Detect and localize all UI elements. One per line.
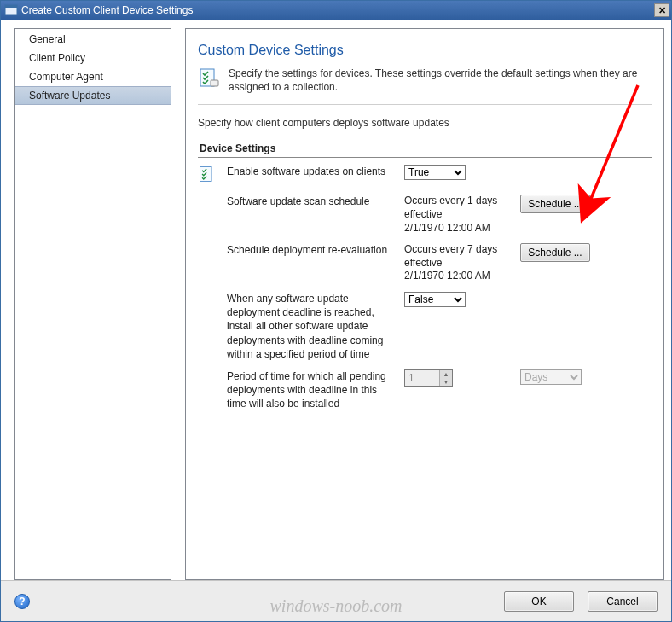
reeval-summary: Occurs every 7 days effective 2/1/1970 1… — [404, 243, 513, 283]
main-panel: Custom Device Settings Specify the setti… — [185, 28, 664, 580]
intro-row: Specify the settings for devices. These … — [198, 67, 652, 105]
cancel-button[interactable]: Cancel — [588, 591, 658, 612]
dialog-footer: ? OK Cancel — [1, 580, 671, 621]
title-bar: Create Custom Client Device Settings ✕ — [1, 1, 671, 20]
scan-schedule-label: Software update scan schedule — [227, 195, 397, 208]
app-icon — [4, 3, 18, 17]
sidebar-item-general[interactable]: General — [15, 30, 171, 49]
checklist-icon — [198, 165, 220, 186]
deadline-install-all-select[interactable]: False — [404, 292, 466, 307]
reeval-label: Schedule deployment re-evaluation — [227, 243, 397, 257]
settings-grid: Enable software updates on clients True … — [198, 165, 652, 410]
svg-rect-1 — [5, 5, 17, 8]
enable-updates-select[interactable]: True — [404, 165, 466, 180]
help-button[interactable]: ? — [14, 594, 30, 609]
deadline-install-all-label: When any software update deployment dead… — [227, 292, 397, 361]
period-number-input — [405, 370, 439, 386]
scan-schedule-summary: Occurs every 1 days effective 2/1/1970 1… — [404, 195, 513, 235]
stepper-up-icon: ▲ — [440, 370, 452, 378]
scan-schedule-button[interactable]: Schedule ... — [520, 195, 590, 213]
period-unit-select: Days — [520, 369, 582, 385]
dialog-body: General Client Policy Computer Agent Sof… — [1, 20, 671, 580]
period-label: Period of time for which all pending dep… — [227, 369, 397, 411]
settings-icon — [198, 67, 220, 91]
sidebar-item-software-updates[interactable]: Software Updates — [15, 86, 171, 105]
intro-text: Specify the settings for devices. These … — [229, 67, 652, 94]
section-header: Device Settings — [198, 141, 652, 158]
page-title: Custom Device Settings — [198, 43, 652, 58]
close-button[interactable]: ✕ — [654, 3, 669, 17]
svg-rect-3 — [211, 80, 218, 86]
ok-button[interactable]: OK — [504, 591, 574, 612]
reeval-schedule-button[interactable]: Schedule ... — [520, 243, 590, 262]
window-title: Create Custom Client Device Settings — [21, 4, 654, 16]
sidebar: General Client Policy Computer Agent Sof… — [14, 28, 171, 580]
sidebar-item-computer-agent[interactable]: Computer Agent — [15, 67, 171, 86]
stepper-down-icon: ▼ — [440, 378, 452, 386]
period-number-stepper: ▲ ▼ — [404, 369, 453, 387]
page-instruction: Specify how client computers deploys sof… — [198, 117, 652, 129]
enable-updates-label: Enable software updates on clients — [227, 165, 397, 178]
sidebar-item-client-policy[interactable]: Client Policy — [15, 49, 171, 67]
